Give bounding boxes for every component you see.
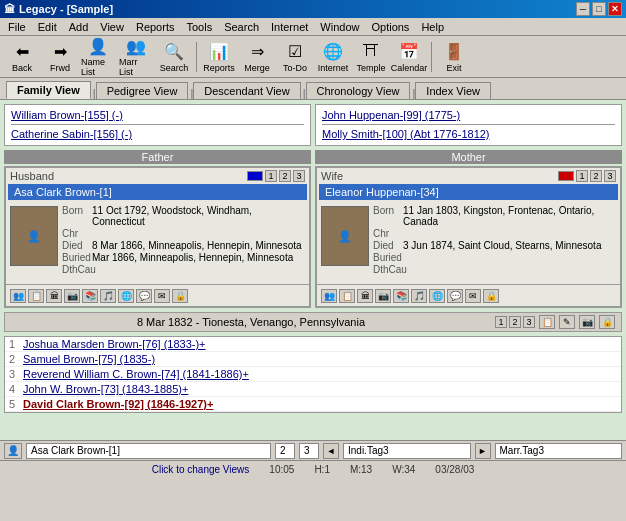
namelist-icon: 👤	[87, 37, 109, 56]
menu-view[interactable]: View	[94, 20, 130, 34]
mother-action1[interactable]: 👥	[321, 289, 337, 303]
mother-name[interactable]: Eleanor Huppenan-[34]	[319, 184, 618, 200]
mother-card: Wife 1 2 3 Eleanor Huppenan-[34] 👤 Born …	[315, 166, 622, 308]
father-card: Husband 1 2 3 Asa Clark Brown-[1] 👤 Born…	[4, 166, 311, 308]
father-action10[interactable]: 🔒	[172, 289, 188, 303]
mother-action2[interactable]: 📋	[339, 289, 355, 303]
search-label: Search	[160, 63, 189, 73]
mother-btn3[interactable]: 3	[604, 170, 616, 182]
marriage-btn2[interactable]: 2	[509, 316, 521, 328]
search-button[interactable]: 🔍 Search	[156, 39, 192, 75]
mother-action6[interactable]: 🎵	[411, 289, 427, 303]
maximize-button[interactable]: □	[592, 2, 606, 16]
child-name-4[interactable]: John W. Brown-[73] (1843-1885)+	[23, 383, 318, 395]
close-button[interactable]: ✕	[608, 2, 622, 16]
marriagelist-label: Marr List	[119, 57, 153, 77]
father-action6[interactable]: 🎵	[100, 289, 116, 303]
merge-button[interactable]: ⇒ Merge	[239, 39, 275, 75]
mother-action8[interactable]: 💬	[447, 289, 463, 303]
mother-action4[interactable]: 📷	[375, 289, 391, 303]
exit-button[interactable]: 🚪 Exit	[436, 39, 472, 75]
status-icon[interactable]: 👤	[4, 443, 22, 459]
mother-action10[interactable]: 🔒	[483, 289, 499, 303]
maternal-grandfather[interactable]: John Huppenan-[99] (1775-)	[322, 107, 615, 123]
marriage-icon2[interactable]: ✎	[559, 315, 575, 329]
father-action3[interactable]: 🏛	[46, 289, 62, 303]
nav-next-btn[interactable]: ►	[475, 443, 491, 459]
mother-action5[interactable]: 📚	[393, 289, 409, 303]
nav-prev-btn[interactable]: ◄	[323, 443, 339, 459]
reports-label: Reports	[203, 63, 235, 73]
mother-photo: 👤	[321, 206, 369, 266]
temple-button[interactable]: ⛩ Temple	[353, 39, 389, 75]
paternal-grandmother[interactable]: Catherine Sabin-[156] (-)	[11, 126, 304, 142]
tab-pedigree-view[interactable]: Pedigree View	[96, 82, 189, 99]
father-action1[interactable]: 👥	[10, 289, 26, 303]
father-content: 👤 Born 11 Oct 1792, Woodstock, Windham, …	[6, 202, 309, 282]
mother-dthcau-label: DthCau	[373, 264, 401, 275]
father-action9[interactable]: ✉	[154, 289, 170, 303]
marr-tag-field: Marr.Tag3	[495, 443, 623, 459]
father-action4[interactable]: 📷	[64, 289, 80, 303]
marriage-btn1[interactable]: 1	[495, 316, 507, 328]
marriage-icon4[interactable]: 🔒	[599, 315, 615, 329]
menu-options[interactable]: Options	[365, 20, 415, 34]
father-action7[interactable]: 🌐	[118, 289, 134, 303]
child-name-2[interactable]: Samuel Brown-[75] (1835-)	[23, 353, 318, 365]
mother-action7[interactable]: 🌐	[429, 289, 445, 303]
marriagelist-button[interactable]: 👥 Marr List	[118, 39, 154, 75]
current-person-name: Asa Clark Brown-[1]	[31, 445, 120, 456]
menu-help[interactable]: Help	[415, 20, 450, 34]
father-buried-value: Mar 1866, Minneapolis, Hennepin, Minneso…	[92, 252, 293, 263]
father-action5[interactable]: 📚	[82, 289, 98, 303]
child-name-5[interactable]: David Clark Brown-[92] (1846-1927)+	[23, 398, 318, 410]
father-action2[interactable]: 📋	[28, 289, 44, 303]
menu-reports[interactable]: Reports	[130, 20, 181, 34]
tab-index-view[interactable]: Index View	[415, 82, 491, 99]
internet-button[interactable]: 🌐 Internet	[315, 39, 351, 75]
father-flag[interactable]	[247, 171, 263, 181]
marriage-text: 8 Mar 1832 - Tionesta, Venango, Pennsylv…	[11, 316, 491, 328]
mother-action3[interactable]: 🏛	[357, 289, 373, 303]
mother-action9[interactable]: ✉	[465, 289, 481, 303]
status-num2: 3	[299, 443, 319, 459]
minimize-button[interactable]: ─	[576, 2, 590, 16]
father-name[interactable]: Asa Clark Brown-[1]	[8, 184, 307, 200]
father-btn2[interactable]: 2	[279, 170, 291, 182]
menu-bar: File Edit Add View Reports Tools Search …	[0, 18, 626, 36]
mother-btn1[interactable]: 1	[576, 170, 588, 182]
calendar-button[interactable]: 📅 Calendar	[391, 39, 427, 75]
click-to-change[interactable]: Click to change Views	[152, 464, 250, 475]
tab-descendant-view[interactable]: Descendant View	[193, 82, 300, 99]
menu-tools[interactable]: Tools	[180, 20, 218, 34]
marriage-icon1[interactable]: 📋	[539, 315, 555, 329]
father-born-label: Born	[62, 205, 90, 227]
paternal-grandfather[interactable]: William Brown-[155] (-)	[11, 107, 304, 123]
title-bar-left: 🏛 Legacy - [Sample]	[4, 3, 113, 15]
father-btn1[interactable]: 1	[265, 170, 277, 182]
back-button[interactable]: ⬅ Back	[4, 39, 40, 75]
forward-button[interactable]: ➡ Frwd	[42, 39, 78, 75]
marriage-bar: 8 Mar 1832 - Tionesta, Venango, Pennsylv…	[4, 312, 622, 332]
mother-btn2[interactable]: 2	[590, 170, 602, 182]
child-name-1[interactable]: Joshua Marsden Brown-[76] (1833-)+	[23, 338, 318, 350]
todo-button[interactable]: ☑ To-Do	[277, 39, 313, 75]
tab-chronology-view[interactable]: Chronology View	[306, 82, 411, 99]
menu-file[interactable]: File	[2, 20, 32, 34]
menu-search[interactable]: Search	[218, 20, 265, 34]
maternal-grandmother[interactable]: Molly Smith-[100] (Abt 1776-1812)	[322, 126, 615, 142]
menu-add[interactable]: Add	[63, 20, 95, 34]
mother-born-value: 11 Jan 1803, Kingston, Frontenac, Ontari…	[403, 205, 618, 227]
father-btn3[interactable]: 3	[293, 170, 305, 182]
father-action8[interactable]: 💬	[136, 289, 152, 303]
reports-button[interactable]: 📊 Reports	[201, 39, 237, 75]
tab-family-view[interactable]: Family View	[6, 81, 91, 99]
marriage-icon3[interactable]: 📷	[579, 315, 595, 329]
namelist-button[interactable]: 👤 Name List	[80, 39, 116, 75]
marriage-btn3[interactable]: 3	[523, 316, 535, 328]
menu-edit[interactable]: Edit	[32, 20, 63, 34]
child-name-3[interactable]: Reverend William C. Brown-[74] (1841-188…	[23, 368, 318, 380]
mother-flag[interactable]	[558, 171, 574, 181]
menu-window[interactable]: Window	[314, 20, 365, 34]
menu-internet[interactable]: Internet	[265, 20, 314, 34]
